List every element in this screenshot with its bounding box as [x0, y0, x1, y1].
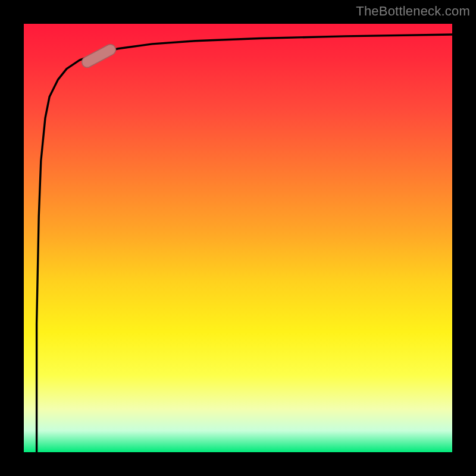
bottleneck-curve [37, 35, 452, 452]
curve-layer [24, 24, 452, 452]
chart-frame: TheBottleneck.com [0, 0, 476, 476]
highlight-pill-icon [80, 42, 117, 69]
highlight-marker [80, 42, 117, 69]
gradient-plot-area [24, 24, 452, 452]
attribution-label: TheBottleneck.com [356, 4, 470, 19]
